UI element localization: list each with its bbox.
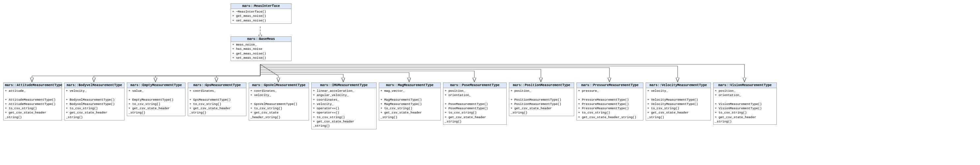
mag-attr-7: _string() (380, 115, 439, 119)
vision-attr-3 (715, 98, 775, 102)
pose-attr-3 (445, 98, 505, 102)
velocity-attr-7: _string() (647, 115, 709, 119)
gps-meas-title: mars::GpsMeasurementType (188, 83, 246, 88)
vision-attr-2: + orientation_ (715, 93, 775, 97)
vision-meas-box: mars::VisionMeasurementType + position_ … (713, 82, 777, 125)
base-meas-attr-3: + get_meas_noise() (232, 51, 290, 56)
empty-attr-1: + value_ (129, 89, 184, 93)
bodyvel-meas-box: mars::BodyvelMeasurementType + velocity_… (64, 82, 124, 120)
gpsvel-meas-title: mars::GpsVelMeasurementType (249, 83, 309, 88)
gpsvel-meas-box: mars::GpsVelMeasurementType + coordinate… (249, 82, 309, 120)
attitude-attr-7: _string() (5, 115, 60, 119)
imu-attr-7: + to_csv_string() (313, 115, 375, 119)
gps-attr-2 (189, 93, 245, 97)
vision-meas-title: mars::VisionMeasurementType (714, 83, 776, 88)
velocity-meas-box: mars::VelocityMeasurementType + velocity… (646, 82, 711, 120)
gps-attr-3: + GpsMeasurementType() (189, 98, 245, 102)
pressure-attr-1: + pressure_ (578, 89, 642, 93)
bodyvel-attr-1: + velocity_ (66, 89, 123, 93)
mag-attr-5: + to_csv_string() (380, 106, 439, 111)
attitude-attr-6: + get_csv_state_header (5, 111, 60, 115)
position-attr-1: + position_ (511, 89, 573, 93)
empty-meas-title: mars::EmptyMeasurementType (127, 83, 185, 88)
velocity-attr-5: + to_csv_string() (647, 106, 709, 111)
base-meas-attr-4: + set_meas_noise() (232, 56, 290, 60)
attitude-attr-1: + attitude_ (5, 89, 60, 93)
vision-meas-body: + position_ + orientation_ + VisionMeasu… (714, 88, 776, 124)
position-meas-body: + position_ + PositionMeasurementType() … (509, 88, 574, 116)
bodyvel-meas-title: mars::BodyvelMeasurementType (65, 83, 124, 88)
pressure-attr-3: + PressureMeasurementType() (578, 98, 642, 102)
meas-interface-attr-3: + set_meas_noise() (232, 18, 290, 23)
imu-meas-title: mars::IMUMeasurementType (312, 83, 376, 88)
vision-attr-7: + get_csv_state_header (715, 115, 775, 119)
imu-meas-body: + linear_acceleration_ + angular_velocit… (312, 88, 376, 129)
gpsvel-meas-body: + coordinates_ + velocity_ + GpsVelMeasu… (249, 88, 309, 120)
position-meas-title: mars::PositionMeasurementType (509, 83, 574, 88)
gpsvel-attr-2: + velocity_ (250, 93, 307, 97)
meas-interface-attr-2: + get_meas_noise() (232, 14, 290, 18)
gps-meas-box: mars::GpsMeasurementType + coordinates_ … (188, 82, 247, 116)
velocity-attr-3: + VelocityMeasurementType() (647, 98, 709, 102)
diagram-container: mars::MeasInterface + ~MeasInterface() +… (0, 0, 980, 165)
empty-attr-5: + get_csv_state_header (129, 106, 184, 111)
position-attr-6: _string() (511, 111, 573, 115)
mag-attr-3: + MagMeasurementType() (380, 98, 439, 102)
meas-interface-attr-1: + ~MeasInterface() (232, 10, 290, 14)
pressure-attr-5: + PressureMeasurementType() (578, 106, 642, 111)
pose-meas-box: mars::PoseMeasurementType + position_ + … (443, 82, 507, 125)
bodyvel-attr-6: + get_csv_state_header (66, 111, 123, 115)
imu-attr-5: + operator==() (313, 106, 375, 111)
pressure-attr-7: + get_csv_state_header_string() (578, 115, 642, 119)
position-attr-5: + get_csv_state_header (511, 106, 573, 111)
empty-meas-body: + value_ + EmptyMeasurementType() + to_c… (127, 88, 185, 116)
attitude-meas-body: + attitude_ + AttitudeMeasurementType() … (4, 88, 62, 120)
pose-attr-2: + orientation_ (445, 93, 505, 97)
bodyvel-attr-7: _string() (66, 115, 123, 119)
gpsvel-attr-4: + GpsVelMeasurementType() (250, 102, 307, 106)
pressure-meas-box: mars::PressureMeasurementType + pressure… (576, 82, 643, 120)
velocity-meas-body: + velocity_ + VelocityMeasurementType() … (646, 88, 711, 120)
empty-attr-4: + to_csv_string() (129, 102, 184, 106)
pressure-attr-6: + to_csv_string() (578, 111, 642, 115)
gpsvel-attr-7: _header_string() (250, 115, 307, 119)
gpsvel-attr-3 (250, 98, 307, 102)
meas-interface-box: mars::MeasInterface + ~MeasInterface() +… (231, 3, 291, 24)
pressure-meas-body: + pressure_ + PressureMeasurementType() … (577, 88, 643, 120)
pressure-meas-title: mars::PressureMeasurementType (577, 83, 643, 88)
attitude-attr-5: + to_csv_string() (5, 106, 60, 111)
imu-attr-3: + coordinates_ (313, 98, 375, 102)
vision-attr-4: + VisionMeasurementType() (715, 102, 775, 106)
gps-attr-1: + coordinates_ (189, 89, 245, 93)
gps-attr-6: _string() (189, 111, 245, 115)
imu-attr-8: + get_csv_state_header (313, 119, 375, 124)
gpsvel-attr-5: + to_csv_string() (250, 106, 307, 111)
gps-meas-body: + coordinates_ + GpsMeasurementType() + … (188, 88, 246, 116)
meas-interface-title: mars::MeasInterface (231, 4, 291, 9)
pose-attr-5: + PoseMeasurementType() (445, 106, 505, 111)
gpsvel-attr-6: + get_csv_state (250, 111, 307, 115)
imu-attr-9: _string() (313, 124, 375, 128)
mag-attr-4: + MagMeasurementType() (380, 102, 439, 106)
pressure-attr-2 (578, 93, 642, 97)
vision-attr-8: _string() (715, 119, 775, 124)
pressure-attr-4: + PressureMeasurementType() (578, 102, 642, 106)
attitude-attr-2 (5, 93, 60, 97)
velocity-attr-2 (647, 93, 709, 97)
imu-attr-4: + velocity_ (313, 102, 375, 106)
vision-attr-5: + VisionMeasurementType() (715, 106, 775, 111)
pose-attr-1: + position_ (445, 89, 505, 93)
empty-meas-box: mars::EmptyMeasurementType + value_ + Em… (127, 82, 185, 116)
bodyvel-meas-body: + velocity_ + BodyvelMeasurementType() +… (65, 88, 124, 120)
mag-attr-2 (380, 93, 439, 97)
base-meas-title: mars::BaseMeas (231, 37, 291, 42)
base-meas-box: mars::BaseMeas + meas_noise_ + has_meas_… (231, 36, 291, 61)
attitude-attr-4: + AttitudeMeasurementType() (5, 102, 60, 106)
attitude-meas-box: mars::AttitudeMeasurementType + attitude… (3, 82, 62, 120)
imu-meas-box: mars::IMUMeasurementType + linear_accele… (311, 82, 377, 129)
position-meas-box: mars::PositionMeasurementType + position… (509, 82, 574, 116)
mag-attr-6: + get_csv_state_header (380, 111, 439, 115)
gpsvel-attr-1: + coordinates_ (250, 89, 307, 93)
pose-attr-8: _string() (445, 119, 505, 124)
velocity-attr-4: + VelocityMeasurementType() (647, 102, 709, 106)
